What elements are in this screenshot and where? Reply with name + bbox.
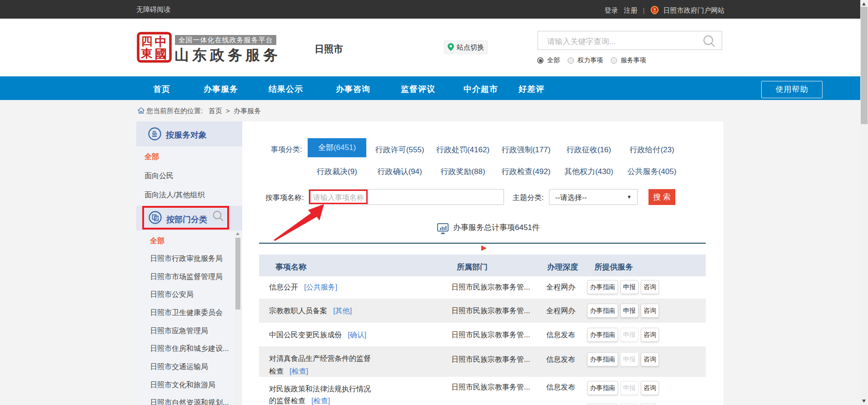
svg-text:中: 中 [155, 35, 167, 49]
svg-text:四: 四 [141, 35, 153, 47]
svg-text:國: 國 [155, 47, 167, 61]
svg-text:東: 東 [141, 47, 153, 60]
